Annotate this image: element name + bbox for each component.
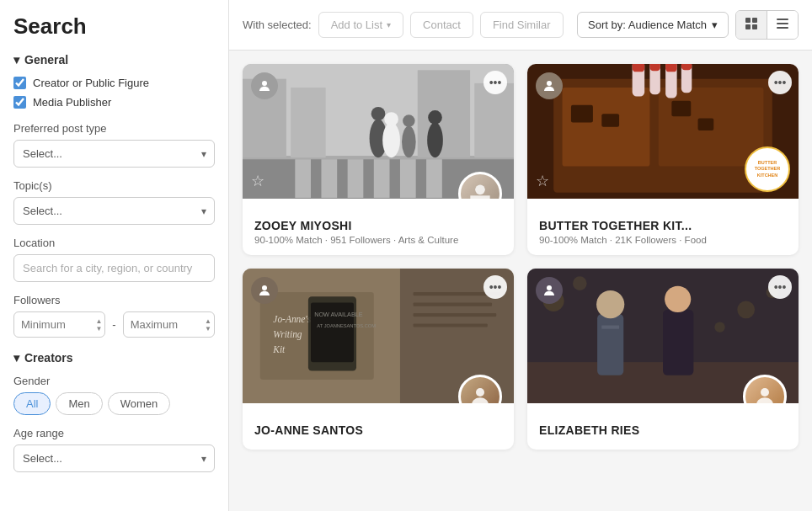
creator-card-1[interactable]: ••• ☆ ZOOEY MIYOSHI 90-100% Match · 951 … bbox=[243, 64, 514, 255]
top-bar-right: Sort by: Audience Match ▾ bbox=[577, 10, 799, 40]
gender-men-button[interactable]: Men bbox=[56, 392, 102, 415]
svg-rect-19 bbox=[474, 83, 514, 157]
svg-rect-70 bbox=[601, 326, 619, 329]
card-1-star-button[interactable]: ☆ bbox=[251, 172, 264, 190]
general-section-label: General bbox=[24, 53, 68, 67]
svg-text:Jo-Anne's: Jo-Anne's bbox=[273, 314, 311, 324]
svg-rect-71 bbox=[663, 310, 693, 375]
creator-checkbox[interactable] bbox=[13, 77, 26, 89]
card-4-info: Elizabeth Ries bbox=[527, 403, 799, 450]
svg-point-78 bbox=[547, 285, 552, 290]
butter-badge-text: BUTTERTOGETHERKITCHEN bbox=[755, 160, 780, 178]
spinner-max-up-icon[interactable]: ▲ bbox=[205, 317, 211, 324]
age-range-select-wrapper: Select... ▾ bbox=[13, 444, 215, 472]
grid-view-icon bbox=[745, 19, 758, 33]
publisher-checkbox[interactable] bbox=[13, 96, 26, 109]
card-2-followers: 21K Followers bbox=[615, 235, 676, 245]
publisher-checkbox-item[interactable]: Media Publisher bbox=[13, 96, 215, 109]
card-1-avatar-icon bbox=[251, 72, 278, 99]
card-3-avatar-icon bbox=[251, 277, 278, 304]
contact-label: Contact bbox=[423, 19, 461, 31]
svg-rect-18 bbox=[418, 70, 470, 157]
list-view-button[interactable] bbox=[767, 11, 798, 39]
publisher-checkbox-label: Media Publisher bbox=[33, 96, 111, 109]
card-2-star-button[interactable]: ☆ bbox=[536, 172, 549, 190]
creator-card-3[interactable]: Jo-Anne's Writing Kit NOW AVAILABLE AT J… bbox=[243, 269, 514, 450]
card-4-more-button[interactable]: ••• bbox=[768, 275, 792, 299]
spinner-up-icon[interactable]: ▲ bbox=[95, 317, 102, 324]
svg-rect-2 bbox=[745, 24, 751, 29]
svg-point-30 bbox=[475, 185, 485, 195]
svg-point-47 bbox=[547, 81, 552, 86]
followers-dash: - bbox=[112, 318, 115, 331]
creator-grid: ••• ☆ ZOOEY MIYOSHI 90-100% Match · 951 … bbox=[243, 64, 799, 450]
chevron-down-icon: ▾ bbox=[13, 53, 19, 67]
topics-select-wrapper: Select... ▾ bbox=[13, 197, 215, 225]
card-2-match: 90-100% Match bbox=[539, 235, 607, 245]
svg-rect-42 bbox=[681, 64, 692, 70]
sidebar: Search ▾ General Creator or Public Figur… bbox=[0, 0, 229, 511]
topics-select[interactable]: Select... bbox=[13, 197, 215, 225]
svg-point-21 bbox=[371, 107, 386, 121]
age-range-label: Age range bbox=[13, 427, 215, 439]
add-to-list-button[interactable]: Add to List ▾ bbox=[318, 12, 403, 38]
spinner-max-down-icon[interactable]: ▼ bbox=[205, 325, 211, 332]
main-content: With selected: Add to List ▾ Contact Fin… bbox=[229, 0, 812, 511]
card-3-more-button[interactable]: ••• bbox=[483, 275, 507, 299]
card-1-info: ZOOEY MIYOSHI 90-100% Match · 951 Follow… bbox=[243, 199, 514, 255]
svg-rect-6 bbox=[777, 27, 788, 29]
top-bar-left: With selected: Add to List ▾ Contact Fin… bbox=[243, 12, 564, 38]
svg-point-63 bbox=[262, 285, 267, 290]
creator-checkbox-item[interactable]: Creator or Public Figure bbox=[13, 77, 215, 89]
card-2-more-button[interactable]: ••• bbox=[768, 71, 792, 94]
svg-rect-17 bbox=[291, 88, 326, 157]
gender-women-button[interactable]: Women bbox=[108, 392, 171, 415]
svg-point-75 bbox=[737, 301, 755, 318]
preferred-post-select[interactable]: Select... bbox=[13, 140, 215, 168]
creator-card-2[interactable]: ••• ☆ BUTTERTOGETHERKITCHEN Butter Toget… bbox=[527, 64, 799, 255]
svg-point-27 bbox=[384, 112, 398, 126]
sort-button[interactable]: Sort by: Audience Match ▾ bbox=[577, 12, 729, 38]
creators-section-label: Creators bbox=[24, 351, 73, 365]
card-1-followers: 951 Followers bbox=[330, 235, 391, 245]
find-similar-label: Find Similar bbox=[493, 19, 551, 31]
card-3-name: Jo-Anne Santos bbox=[254, 423, 502, 437]
svg-point-72 bbox=[665, 286, 691, 312]
general-section-header[interactable]: ▾ General bbox=[13, 53, 215, 67]
contact-button[interactable]: Contact bbox=[410, 12, 473, 38]
card-1-match: 90-100% Match bbox=[254, 235, 323, 245]
svg-rect-14 bbox=[400, 159, 416, 198]
spinner-down-icon[interactable]: ▼ bbox=[95, 325, 102, 332]
find-similar-button[interactable]: Find Similar bbox=[480, 12, 564, 38]
svg-rect-1 bbox=[752, 18, 757, 23]
gender-label: Gender bbox=[13, 375, 215, 387]
svg-rect-13 bbox=[374, 159, 390, 198]
gender-all-button[interactable]: All bbox=[13, 392, 51, 415]
followers-label: Followers bbox=[13, 294, 215, 306]
svg-text:NOW AVAILABLE: NOW AVAILABLE bbox=[314, 311, 363, 318]
location-input[interactable] bbox=[13, 254, 215, 282]
grid-view-button[interactable] bbox=[736, 11, 767, 39]
svg-rect-11 bbox=[321, 159, 337, 198]
svg-rect-68 bbox=[597, 314, 623, 375]
creators-section-header[interactable]: ▾ Creators bbox=[13, 351, 215, 365]
add-to-list-arrow-icon: ▾ bbox=[387, 20, 391, 29]
svg-rect-15 bbox=[426, 159, 442, 198]
svg-point-25 bbox=[428, 110, 442, 125]
preferred-post-label: Preferred post type bbox=[13, 122, 215, 135]
sort-chevron-icon: ▾ bbox=[712, 19, 718, 31]
svg-rect-33 bbox=[563, 88, 650, 166]
followers-max-input[interactable] bbox=[123, 311, 215, 338]
svg-point-64 bbox=[476, 388, 484, 397]
card-4-avatar-icon bbox=[536, 277, 563, 304]
card-2-info: Butter Together Kit... 90-100% Match · 2… bbox=[527, 199, 799, 255]
topics-label: Topic(s) bbox=[13, 179, 215, 192]
age-range-select[interactable]: Select... bbox=[13, 444, 215, 472]
page-title: Search bbox=[13, 13, 215, 40]
card-1-more-button[interactable]: ••• bbox=[483, 71, 507, 94]
with-selected-label: With selected: bbox=[243, 19, 312, 31]
creator-card-4[interactable]: ••• Elizabeth Ries bbox=[527, 269, 799, 450]
svg-rect-38 bbox=[649, 64, 660, 71]
followers-min-input[interactable] bbox=[13, 311, 105, 338]
svg-point-26 bbox=[382, 123, 400, 158]
